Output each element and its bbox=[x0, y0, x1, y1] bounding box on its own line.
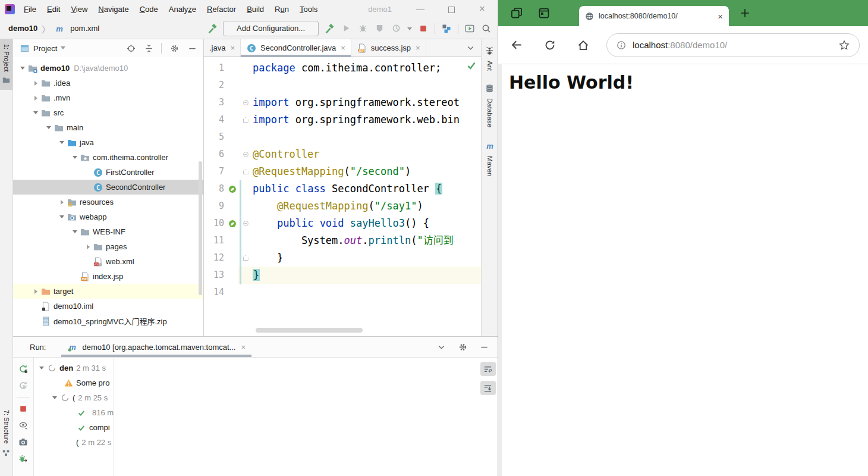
tree-item-firstcontroller[interactable]: CFirstController bbox=[13, 165, 203, 180]
breadcrumb-project[interactable]: demo10 bbox=[8, 24, 37, 33]
bug-disabled-icon[interactable] bbox=[357, 23, 368, 34]
tree-item-java[interactable]: java bbox=[13, 135, 203, 150]
add-configuration-button[interactable]: Add Configuration... bbox=[223, 21, 319, 36]
editor-tab-java[interactable]: .java× bbox=[204, 39, 241, 57]
locate-icon[interactable] bbox=[125, 43, 136, 54]
terminal-run-icon[interactable] bbox=[464, 23, 475, 34]
menu-edit[interactable]: Edit bbox=[42, 5, 65, 14]
profiler-disabled-icon[interactable] bbox=[391, 23, 401, 34]
menu-code[interactable]: Code bbox=[134, 5, 163, 14]
tree-item-webapp[interactable]: webapp bbox=[13, 209, 203, 224]
back-button[interactable] bbox=[507, 35, 527, 55]
expand-arrow-icon[interactable] bbox=[87, 245, 92, 249]
editor-tab-success-jsp[interactable]: JSPsuccess.jsp× bbox=[351, 39, 426, 57]
fold-marker[interactable] bbox=[238, 111, 253, 129]
collapse-all-icon[interactable] bbox=[143, 43, 154, 54]
close-tab-icon[interactable]: × bbox=[230, 43, 235, 52]
workspaces-icon[interactable] bbox=[509, 5, 524, 21]
rerun-icon[interactable] bbox=[18, 364, 29, 374]
gear-icon[interactable] bbox=[457, 342, 468, 352]
menu-file[interactable]: File bbox=[18, 5, 42, 14]
expand-arrow-icon[interactable] bbox=[73, 156, 77, 161]
menu-refactor[interactable]: Refactor bbox=[202, 5, 241, 14]
tool-window-project-tab[interactable]: 1: Project bbox=[0, 39, 12, 90]
tree-item-main[interactable]: main bbox=[13, 120, 203, 135]
play-disabled-icon[interactable] bbox=[341, 23, 351, 34]
run-options-dropdown-icon[interactable] bbox=[407, 27, 412, 33]
address-bar[interactable]: localhost:8080/demo10/ bbox=[606, 33, 860, 57]
favorite-star-icon[interactable] bbox=[839, 40, 850, 51]
spring-gutter-icon[interactable] bbox=[227, 215, 238, 232]
tree-item-target[interactable]: target bbox=[13, 284, 203, 299]
close-icon[interactable]: × bbox=[241, 343, 246, 352]
project-structure-icon[interactable] bbox=[441, 23, 452, 34]
run-tree-item-item[interactable]: (2 m 22 s bbox=[34, 435, 114, 450]
menu-tools[interactable]: Tools bbox=[294, 5, 323, 14]
minimize-window-button[interactable]: — bbox=[405, 0, 436, 18]
tree-item-demo10[interactable]: demo10D:\java\demo10 bbox=[13, 61, 203, 76]
expand-arrow-icon[interactable] bbox=[33, 111, 38, 117]
tool-window-ant-tab[interactable]: Ant bbox=[485, 46, 494, 71]
fold-marker[interactable] bbox=[238, 94, 253, 111]
tool-window-database-tab[interactable]: Database bbox=[485, 84, 494, 127]
hammer-icon[interactable] bbox=[207, 23, 218, 34]
menu-build[interactable]: Build bbox=[241, 5, 269, 14]
run-tree-item-816-ms[interactable]: 816 ms bbox=[34, 405, 114, 420]
tree-item-web-xml[interactable]: <>web.xml bbox=[13, 254, 203, 269]
close-tab-icon[interactable]: × bbox=[718, 11, 723, 21]
close-window-button[interactable]: × bbox=[467, 0, 498, 18]
resume-icon[interactable]: 9 bbox=[18, 380, 29, 391]
browser-tab[interactable]: localhost:8080/demo10/ × bbox=[579, 6, 729, 26]
tree-item-pages[interactable]: pages bbox=[13, 239, 203, 254]
menu-view[interactable]: View bbox=[65, 5, 93, 14]
refresh-button[interactable] bbox=[540, 35, 560, 55]
site-info-icon[interactable] bbox=[617, 40, 626, 50]
spring-gutter-icon[interactable] bbox=[227, 180, 238, 198]
run-tree-item-item[interactable]: (2 m 25 s bbox=[34, 390, 114, 405]
console-output[interactable] bbox=[114, 358, 478, 476]
gear-icon[interactable] bbox=[169, 43, 180, 54]
expand-arrow-icon[interactable] bbox=[59, 215, 64, 221]
scroll-end-button[interactable] bbox=[480, 381, 496, 395]
hammer-icon[interactable] bbox=[324, 23, 335, 34]
tree-item-resources[interactable]: resources bbox=[13, 195, 203, 209]
soft-wrap-button[interactable] bbox=[480, 362, 496, 376]
minimize-icon[interactable] bbox=[187, 43, 197, 54]
chevron-down-icon[interactable] bbox=[436, 342, 446, 352]
expand-arrow-icon[interactable] bbox=[34, 289, 40, 294]
tree-item-idea[interactable]: .idea bbox=[13, 76, 203, 90]
tree-item-src[interactable]: src bbox=[13, 105, 203, 120]
editor-tab-secondcontroller-java[interactable]: CSecondController.java× bbox=[241, 39, 351, 57]
close-tab-icon[interactable]: × bbox=[341, 43, 345, 52]
close-tab-icon[interactable]: × bbox=[416, 43, 420, 52]
eye-icon[interactable] bbox=[18, 420, 29, 431]
tool-window-maven-tab[interactable]: mMaven bbox=[485, 141, 495, 177]
tree-item-web-inf[interactable]: WEB-INF bbox=[13, 224, 203, 239]
home-button[interactable] bbox=[573, 35, 593, 55]
run-tab[interactable]: m demo10 [org.apache.tomcat.maven:tomcat… bbox=[61, 337, 251, 357]
expand-arrow-icon[interactable] bbox=[46, 126, 51, 131]
code-editor[interactable]: 1package com.itheima.controller;23import… bbox=[204, 57, 481, 336]
search-icon[interactable] bbox=[481, 23, 492, 34]
menu-run[interactable]: Run bbox=[269, 5, 294, 14]
minimize-icon[interactable] bbox=[479, 342, 489, 352]
hidden-tabs-chevron-icon[interactable] bbox=[460, 39, 481, 57]
expand-arrow-icon[interactable] bbox=[59, 141, 64, 146]
camera-icon[interactable] bbox=[18, 437, 29, 447]
tree-item-com-itheima-controller[interactable]: com.itheima.controller bbox=[13, 150, 203, 165]
tree-item-mvn[interactable]: .mvn bbox=[13, 90, 203, 105]
tree-item-demo10-iml[interactable]: demo10.iml bbox=[13, 299, 203, 314]
fold-marker[interactable] bbox=[238, 163, 253, 180]
debug-green-icon[interactable] bbox=[18, 453, 29, 464]
breadcrumb-file[interactable]: pom.xml bbox=[70, 24, 99, 33]
stop-icon[interactable] bbox=[418, 23, 429, 34]
editor-horizontal-scrollbar[interactable] bbox=[256, 328, 363, 333]
tree-item-index-jsp[interactable]: JSPindex.jsp bbox=[13, 269, 203, 284]
new-tab-button[interactable] bbox=[740, 8, 750, 18]
tree-item-demo10-springmvc-zip[interactable]: demo10_springMVC入门程序.zip bbox=[13, 314, 203, 328]
fold-marker[interactable] bbox=[238, 146, 253, 163]
menu-navigate[interactable]: Navigate bbox=[93, 5, 134, 14]
project-panel-title[interactable]: Project bbox=[33, 44, 65, 53]
expand-arrow-icon[interactable] bbox=[73, 230, 77, 236]
tool-window-structure-tab[interactable]: 7: Structure bbox=[0, 410, 12, 459]
